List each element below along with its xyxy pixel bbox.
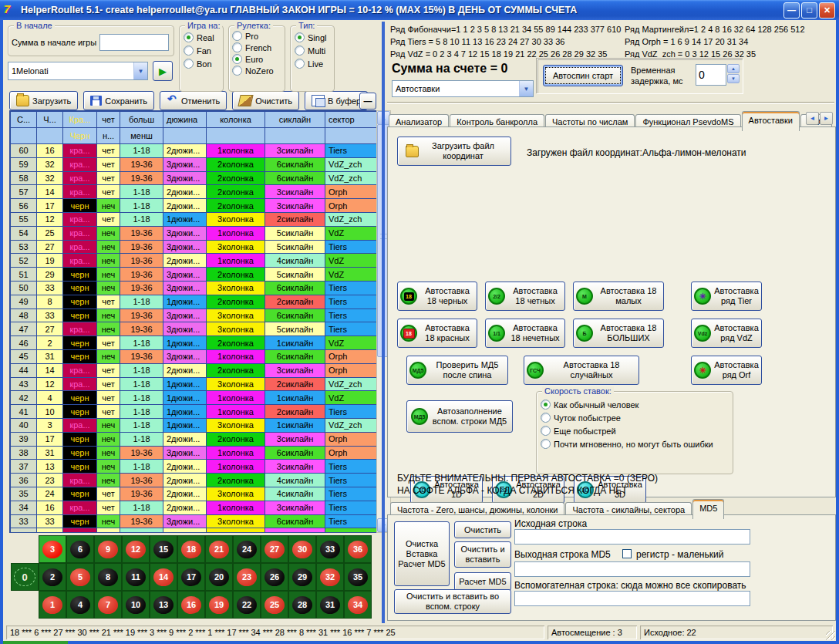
toolbar-clean-button[interactable]: Очистить bbox=[232, 91, 299, 110]
clear-paste-helper-button[interactable]: Очистить и вставить во вспом. строку bbox=[394, 589, 511, 614]
roulette-cell-12[interactable]: 12 bbox=[122, 535, 150, 563]
roulette-cell-25[interactable]: 25 bbox=[261, 591, 288, 619]
table-row[interactable]: 4833черннеч19-363дюжи...3колонка6сиклайн… bbox=[11, 309, 378, 322]
tab-scroll-right-icon[interactable]: ► bbox=[820, 112, 833, 125]
close-button[interactable]: ✕ bbox=[819, 2, 835, 19]
roulette-cell-1[interactable]: 1 bbox=[39, 591, 66, 619]
roulette-cell-32[interactable]: 32 bbox=[316, 563, 344, 591]
roulette-cell-36[interactable]: 36 bbox=[344, 535, 372, 563]
table-row[interactable]: 424чернчет1-181дюжи...1колонка1сиклайнVd… bbox=[11, 391, 378, 405]
radio-live[interactable]: Live bbox=[295, 59, 330, 69]
table-row[interactable]: 462чернчет1-181дюжи...2колонка1сиклайнVd… bbox=[11, 336, 378, 350]
start-sum-input[interactable] bbox=[99, 34, 169, 51]
table-row[interactable]: 3416кра...чет1-182дюжи...1колонка3сиклай… bbox=[11, 501, 378, 514]
table-row[interactable]: 3917черннеч1-182дюжи...2колонка3сиклайнO… bbox=[11, 432, 378, 446]
source-string-input[interactable] bbox=[514, 529, 750, 545]
autobet-button[interactable]: 2/2Автоставка 18 четных bbox=[485, 282, 565, 311]
roulette-cell-10[interactable]: 10 bbox=[122, 591, 150, 619]
table-row[interactable]: 3218кра...чет1-182дюжи...3колонка3сиклай… bbox=[11, 528, 378, 533]
autobet-button[interactable]: МАвтоставка 18 малых bbox=[573, 282, 664, 311]
autofill-md5-button[interactable]: МД5 Автозаполнение вспом. строки МД5 bbox=[406, 400, 513, 433]
roulette-cell-0[interactable]: 0 bbox=[11, 563, 39, 591]
roulette-cell-11[interactable]: 11 bbox=[122, 563, 150, 591]
roulette-cell-28[interactable]: 28 bbox=[288, 591, 316, 619]
table-row[interactable]: 4312кра...чет1-181дюжи...3колонка2сиклай… bbox=[11, 377, 378, 391]
roulette-cell-18[interactable]: 18 bbox=[177, 535, 205, 563]
minimize-button[interactable]: — bbox=[783, 2, 800, 19]
table-row[interactable]: 5219кра...неч19-362дюжи...1колонка4сикла… bbox=[11, 254, 378, 268]
table-row[interactable]: 3333черннеч19-363дюжи...3колонка6сиклайн… bbox=[11, 514, 378, 528]
autobet-button[interactable]: ✳Автоставка ряд Tier bbox=[691, 282, 762, 311]
autobet-button[interactable]: БАвтоставка 18 БОЛЬШИХ bbox=[573, 319, 664, 348]
roulette-cell-24[interactable]: 24 bbox=[233, 535, 261, 563]
radio-real[interactable]: Real bbox=[184, 32, 219, 42]
table-row[interactable]: 5832кра...чет19-363дюжи...2колонка6сикла… bbox=[11, 171, 378, 185]
roulette-cell-13[interactable]: 13 bbox=[150, 591, 177, 619]
roulette-cell-15[interactable]: 15 bbox=[150, 535, 177, 563]
roulette-cell-3[interactable]: 3 bbox=[39, 535, 66, 563]
roulette-cell-17[interactable]: 17 bbox=[177, 563, 205, 591]
delay-input[interactable] bbox=[696, 64, 726, 86]
table-row[interactable]: 4110чернчет1-181дюжи...1колонка2сиклайнT… bbox=[11, 405, 378, 419]
md5-clear-paste-button[interactable]: Очистить и вставить bbox=[454, 541, 511, 568]
resize-grip[interactable] bbox=[826, 631, 835, 640]
table-row[interactable]: 5932кра...чет19-363дюжи...2колонка6сикла… bbox=[11, 157, 378, 171]
roulette-cell-7[interactable]: 7 bbox=[94, 591, 122, 619]
tab-scroll-left-icon[interactable]: ◄ bbox=[806, 112, 819, 125]
md5-clear-button[interactable]: Очистить bbox=[454, 521, 511, 538]
bets-combobox[interactable]: Автоставки bbox=[392, 80, 534, 97]
table-row[interactable]: 6016кра...чет1-182дюжи...1колонка3сиклай… bbox=[11, 144, 378, 158]
radio-euro[interactable]: Euro bbox=[232, 54, 281, 64]
tab-md5[interactable]: MD5 bbox=[692, 499, 724, 519]
toolbar-buffer-button[interactable]: В буфер bbox=[305, 91, 368, 110]
roulette-cell-21[interactable]: 21 bbox=[205, 535, 233, 563]
roulette-cell-34[interactable]: 34 bbox=[344, 591, 372, 619]
register-checkbox[interactable] bbox=[622, 549, 632, 558]
roulette-cell-31[interactable]: 31 bbox=[316, 591, 344, 619]
table-row[interactable]: 498чернчет1-181дюжи...2колонка2сиклайнTi… bbox=[11, 295, 378, 309]
radio-nozero[interactable]: NoZero bbox=[232, 66, 281, 76]
autobet-button[interactable]: 18Автоставка 18 красных bbox=[397, 319, 477, 348]
roulette-cell-19[interactable]: 19 bbox=[205, 591, 233, 619]
roulette-cell-6[interactable]: 6 bbox=[66, 535, 94, 563]
table-row[interactable]: 3831черннеч19-363дюжи...1колонка6сиклайн… bbox=[11, 446, 378, 460]
table-row[interactable]: 4531черннеч19-363дюжи...1колонка6сиклайн… bbox=[11, 349, 378, 363]
autobet-button[interactable]: МД5Проверить МД5 после спина bbox=[406, 356, 508, 385]
speed-radio-2[interactable]: Чуток побыстрее bbox=[541, 413, 729, 423]
md5-big-button[interactable]: Очистка Вставка Расчет MD5 bbox=[394, 521, 450, 586]
roulette-cell-5[interactable]: 5 bbox=[66, 563, 94, 591]
toolbar-undo-button[interactable]: Отменить bbox=[160, 91, 227, 110]
speed-radio-3[interactable]: Еще побыстрей bbox=[541, 426, 729, 436]
table-row[interactable]: 4414кра...чет1-182дюжи...2колонка3сиклай… bbox=[11, 363, 378, 377]
roulette-cell-29[interactable]: 29 bbox=[288, 563, 316, 591]
md5-calc-button[interactable]: Расчет MD5 bbox=[454, 572, 511, 591]
radio-multi[interactable]: Multi bbox=[295, 46, 330, 56]
autobet-button[interactable]: ✳Автоставка ряд Orf bbox=[691, 356, 762, 385]
table-row[interactable]: 3713черннеч1-182дюжи...1колонка3сиклайнT… bbox=[11, 460, 378, 474]
roulette-cell-30[interactable]: 30 bbox=[288, 535, 316, 563]
tab-автоставки[interactable]: Автоставки bbox=[742, 111, 800, 131]
roulette-cell-22[interactable]: 22 bbox=[233, 591, 261, 619]
roulette-cell-4[interactable]: 4 bbox=[66, 591, 94, 619]
autospin-start-button[interactable]: Автоспин старт bbox=[543, 65, 623, 86]
radio-fan[interactable]: Fan bbox=[184, 46, 219, 56]
table-row[interactable]: 4727кра...неч19-363дюжи...3колонка5сикла… bbox=[11, 322, 378, 336]
speed-radio-1[interactable]: Как обычный человек bbox=[541, 400, 729, 410]
roulette-cell-33[interactable]: 33 bbox=[316, 535, 344, 563]
toolbar-save-button[interactable]: Сохранить bbox=[83, 91, 154, 110]
roulette-cell-8[interactable]: 8 bbox=[94, 563, 122, 591]
roulette-cell-27[interactable]: 27 bbox=[261, 535, 288, 563]
roulette-cell-2[interactable]: 2 bbox=[39, 563, 66, 591]
roulette-cell-14[interactable]: 14 bbox=[150, 563, 177, 591]
radio-french[interactable]: French bbox=[232, 42, 281, 52]
roulette-cell-26[interactable]: 26 bbox=[261, 563, 288, 591]
table-row[interactable]: 5327кра...неч19-363дюжи...3колонка5сикла… bbox=[11, 240, 378, 254]
roulette-cell-16[interactable]: 16 bbox=[177, 591, 205, 619]
table-row[interactable]: 5129черннеч19-363дюжи...2колонка5сиклайн… bbox=[11, 268, 378, 282]
maximize-button[interactable]: □ bbox=[801, 2, 817, 19]
table-row[interactable]: 5512кра...чет1-181дюжи...3колонка2сиклай… bbox=[11, 212, 378, 226]
radio-pro[interactable]: Pro bbox=[232, 31, 281, 41]
autobet-button[interactable]: 18Автоставка 18 черных bbox=[397, 282, 477, 311]
table-row[interactable]: 5425кра...неч19-363дюжи...1колонка5сикла… bbox=[11, 226, 378, 240]
radio-bon[interactable]: Bon bbox=[184, 59, 219, 69]
